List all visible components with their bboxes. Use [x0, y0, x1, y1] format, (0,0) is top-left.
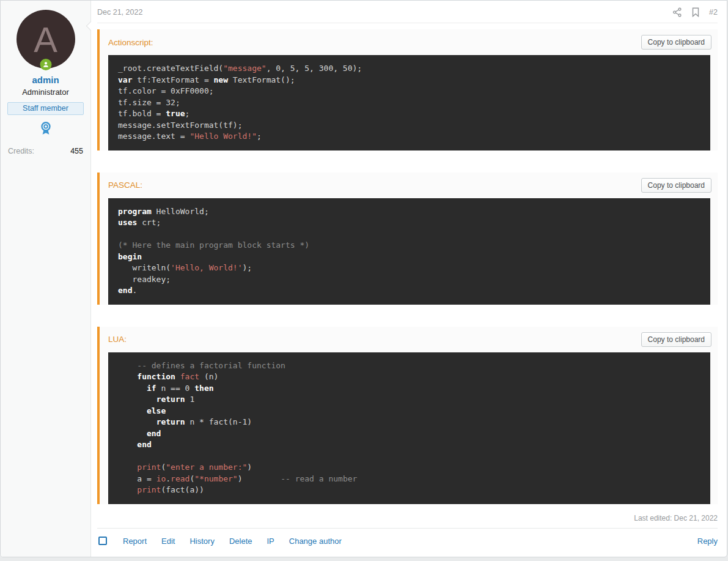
forum-post: A admin Administrator Staff member Credi…: [0, 0, 727, 557]
code-content: _root.createTextField("message", 0, 5, 5…: [108, 55, 710, 150]
code-language-label: PASCAL:: [108, 180, 142, 190]
code-content: -- defines a factorial function function…: [108, 352, 710, 504]
history-link[interactable]: History: [189, 537, 214, 546]
last-edited-note: Last edited: Dec 21, 2022: [97, 514, 718, 522]
delete-link[interactable]: Delete: [229, 537, 252, 546]
post-header-actions: #2: [672, 7, 718, 17]
post-content: Dec 21, 2022 #2: [91, 1, 727, 557]
code-block-header: PASCAL:Copy to clipboard: [100, 173, 718, 198]
share-icon[interactable]: [672, 7, 682, 17]
bookmark-icon[interactable]: [691, 7, 700, 17]
user-cell: A admin Administrator Staff member Credi…: [1, 1, 91, 557]
post-footer: ReportEditHistoryDeleteIPChange author R…: [97, 528, 718, 554]
credits-label: Credits:: [8, 147, 34, 155]
reply-link[interactable]: Reply: [697, 537, 718, 546]
select-post-checkbox[interactable]: [98, 537, 107, 545]
copy-to-clipboard-button[interactable]: Copy to clipboard: [641, 35, 711, 50]
avatar-letter: A: [34, 19, 57, 60]
change-author-link[interactable]: Change author: [289, 537, 342, 546]
username-link[interactable]: admin: [1, 75, 90, 85]
moderation-links: ReportEditHistoryDeleteIPChange author: [123, 537, 342, 546]
copy-to-clipboard-button[interactable]: Copy to clipboard: [641, 332, 711, 347]
edit-link[interactable]: Edit: [161, 537, 175, 546]
code-block-header: Actionscript:Copy to clipboard: [100, 29, 718, 54]
code-language-label: LUA:: [108, 335, 127, 344]
code-block-lua: LUA:Copy to clipboard -- defines a facto…: [97, 327, 718, 504]
post-number-link[interactable]: #2: [709, 8, 718, 17]
code-content: program HelloWorld;uses crt; (* Here the…: [108, 198, 710, 305]
code-language-label: Actionscript:: [108, 38, 153, 47]
ip-link[interactable]: IP: [267, 537, 274, 546]
code-block-actionscript: Actionscript:Copy to clipboard_root.crea…: [97, 29, 718, 150]
code-block-header: LUA:Copy to clipboard: [100, 327, 718, 352]
award-icon: [1, 121, 90, 139]
staff-member-banner: Staff member: [7, 102, 84, 115]
post-body: Actionscript:Copy to clipboard_root.crea…: [97, 29, 718, 513]
code-block-pascal: PASCAL:Copy to clipboardprogram HelloWor…: [97, 173, 718, 305]
report-link[interactable]: Report: [123, 537, 147, 546]
post-date-link[interactable]: Dec 21, 2022: [97, 8, 142, 17]
user-title: Administrator: [1, 87, 90, 97]
post-header: Dec 21, 2022 #2: [97, 1, 718, 23]
copy-to-clipboard-button[interactable]: Copy to clipboard: [641, 178, 711, 193]
online-indicator-icon: [40, 59, 51, 70]
credits-row: Credits: 455: [8, 147, 83, 155]
avatar[interactable]: A: [17, 10, 75, 69]
credits-value: 455: [70, 147, 83, 155]
